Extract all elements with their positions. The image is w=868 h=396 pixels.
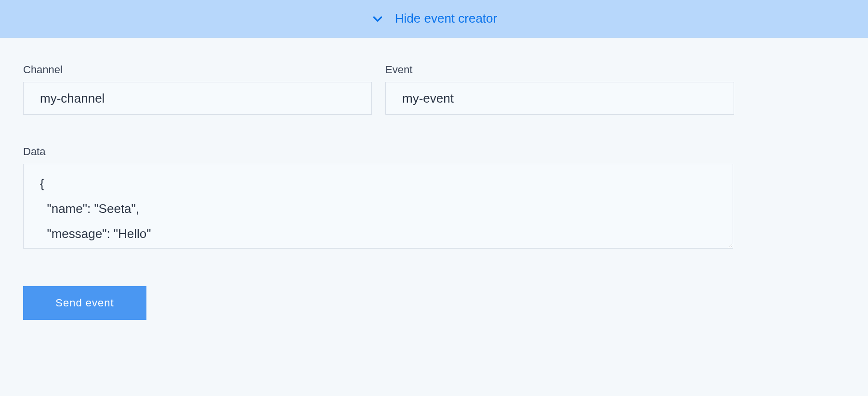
data-field-group: Data bbox=[23, 145, 845, 249]
event-creator-form: Channel Event Data Send event bbox=[0, 38, 868, 339]
hide-event-creator-toggle[interactable]: Hide event creator bbox=[0, 0, 868, 38]
toggle-label: Hide event creator bbox=[395, 11, 497, 26]
event-label: Event bbox=[385, 64, 734, 76]
chevron-down-icon bbox=[371, 12, 384, 26]
form-row-top: Channel Event bbox=[23, 64, 845, 115]
event-field-group: Event bbox=[385, 64, 734, 115]
event-input[interactable] bbox=[385, 82, 734, 115]
data-label: Data bbox=[23, 145, 845, 158]
send-event-button[interactable]: Send event bbox=[23, 286, 146, 320]
channel-field-group: Channel bbox=[23, 64, 372, 115]
channel-label: Channel bbox=[23, 64, 372, 76]
data-textarea[interactable] bbox=[23, 164, 733, 249]
channel-input[interactable] bbox=[23, 82, 372, 115]
